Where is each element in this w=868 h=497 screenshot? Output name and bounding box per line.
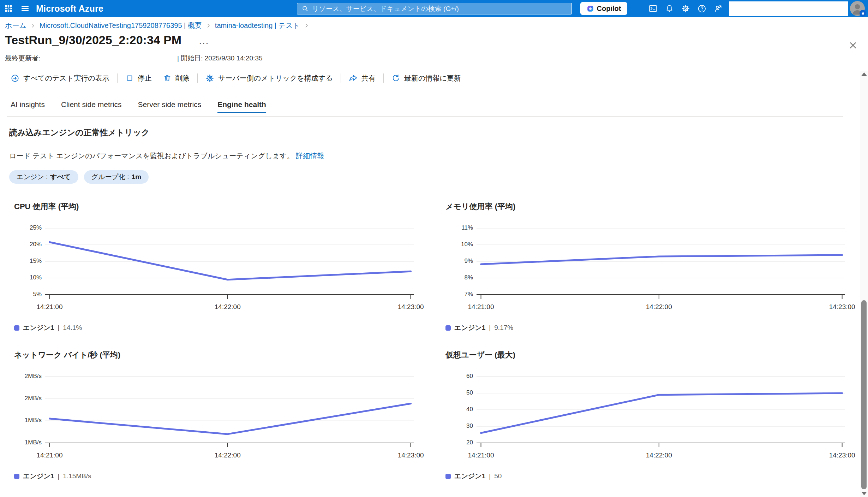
legend-separator: | [58,324,59,332]
y-tick-label: 2MB/s [25,395,42,402]
view-all-test-runs-button[interactable]: すべてのテスト実行の表示 [5,71,115,85]
tab-server-side-metrics[interactable]: Server side metrics [138,93,201,116]
toolbar-divider [117,73,118,83]
chart-canvas [477,224,845,300]
plot-region [477,372,845,448]
x-tick-label: 14:23:00 [829,303,855,311]
y-tick-label: 10% [30,274,42,281]
breadcrumb-chevron-icon [206,23,211,28]
breadcrumb-loadtest[interactable]: tamina-loadtesting | テスト [215,21,300,30]
engine-filter-pill[interactable]: エンジン : すべて [9,170,78,184]
notifications-bell-icon [665,4,674,13]
filter-pills: エンジン : すべて グループ化 : 1m [9,170,149,184]
legend-value: 14.1% [63,324,82,332]
settings-button[interactable] [678,1,693,16]
x-tick-label: 14:22:00 [215,451,241,459]
tab-ai-insights[interactable]: AI insights [11,93,45,116]
waffle-menu-button[interactable] [0,0,17,17]
chart-legend[interactable]: エンジン1 | 1.15MB/s [14,472,414,481]
chart-canvas [45,372,414,448]
hamburger-icon [20,4,30,13]
x-tick-label: 14:22:00 [646,303,672,311]
cpu-usage-chart: CPU 使用率 (平均) 25%20%15%10%5% 14:21:0014:2… [14,201,414,332]
y-tick-label: 11% [461,224,473,231]
x-tick-label: 14:21:00 [37,303,63,311]
x-tick-label: 14:21:00 [37,451,63,459]
legend-swatch [445,325,451,331]
x-tick-label: 14:22:00 [646,451,672,459]
close-blade-button[interactable] [847,40,858,51]
x-tick-label: 14:23:00 [829,451,855,459]
scrollbar-thumb[interactable] [861,300,867,489]
stop-label: 停止 [138,73,152,83]
share-label: 共有 [361,73,376,83]
lock-icon [861,11,865,16]
y-tick-label: 20% [30,241,42,248]
legend-value: 50 [494,472,502,480]
toolbar-divider [341,73,341,83]
help-icon [698,4,706,13]
x-axis-labels: 14:21:0014:22:0014:23:00 [45,300,414,312]
scroll-down-arrow-icon[interactable] [861,492,867,495]
delete-button[interactable]: 削除 [157,71,195,85]
chart-legend[interactable]: エンジン1 | 14.1% [14,323,414,332]
y-tick-label: 5% [33,291,42,298]
view-all-runs-icon [11,74,19,83]
configure-server-metrics-button[interactable]: サーバー側のメトリックを構成する [200,71,339,85]
feedback-icon [714,4,723,13]
stop-button[interactable]: 停止 [120,71,157,85]
tab-engine-health[interactable]: Engine health [217,93,266,116]
chart-title: ネットワーク バイト/秒 (平均) [14,350,414,360]
breadcrumb-home[interactable]: ホーム [5,21,26,30]
search-input[interactable] [312,5,567,13]
y-tick-label: 20 [466,439,473,446]
section-description: ロード テスト エンジンのパフォーマンスを監視およびトラブルシューティングします… [9,151,324,161]
scroll-up-arrow-icon[interactable] [861,72,867,76]
waffle-icon [4,4,13,13]
y-tick-label: 40 [466,406,473,413]
y-tick-label: 50 [466,389,473,396]
toolbar-divider [383,73,384,83]
configure-gear-icon [205,74,214,83]
y-tick-label: 9% [464,258,473,265]
plot-region [45,372,414,448]
tab-client-side-metrics[interactable]: Client side metrics [61,93,122,116]
notifications-button[interactable] [662,1,676,16]
y-axis-labels: 6050403020 [445,372,473,448]
y-tick-label: 60 [466,373,473,380]
legend-separator: | [489,324,491,332]
share-button[interactable]: 共有 [343,71,381,85]
vertical-scrollbar[interactable] [860,71,868,497]
settings-gear-icon [681,4,690,13]
chart-legend[interactable]: エンジン1 | 9.17% [445,323,845,332]
copilot-button[interactable]: Copilot [580,2,627,15]
global-search[interactable] [297,3,572,14]
start-date-label: | 開始日: 2025/9/30 14:20:35 [177,54,263,63]
refresh-button[interactable]: 最新の情報に更新 [386,71,467,85]
refresh-icon [391,74,400,83]
virtual-users-chart: 仮想ユーザー (最大) 6050403020 14:21:0014:22:001… [445,350,845,481]
legend-series-name: エンジン1 [454,472,485,481]
learn-more-link[interactable]: 詳細情報 [296,152,324,160]
x-tick-label: 14:21:00 [468,303,494,311]
y-tick-label: 1MB/s [25,417,42,424]
group-by-filter-pill[interactable]: グループ化 : 1m [84,170,149,184]
feedback-button[interactable] [711,1,725,16]
breadcrumb-chevron-icon [304,23,309,28]
cloud-shell-button[interactable] [646,1,660,16]
hamburger-menu-button[interactable] [17,0,33,17]
chart-legend[interactable]: エンジン1 | 50 [445,472,845,481]
more-commands-button[interactable]: … [198,35,209,46]
x-tick-label: 14:22:00 [215,303,241,311]
help-button[interactable] [695,1,709,16]
memory-usage-chart: メモリ使用率 (平均) 11%10%9%8%7% 14:21:0014:22:0… [445,201,845,332]
chart-title: CPU 使用率 (平均) [14,201,414,211]
legend-swatch [14,474,19,479]
section-description-text: ロード テスト エンジンのパフォーマンスを監視およびトラブルシューティングします… [9,152,294,160]
view-all-test-runs-label: すべてのテスト実行の表示 [23,73,109,83]
chart-title: 仮想ユーザー (最大) [445,350,845,360]
breadcrumb-resource[interactable]: Microsoft.CloudNativeTesting175920877639… [40,21,202,30]
delete-label: 削除 [175,73,190,83]
y-tick-label: 25% [30,224,42,231]
y-tick-label: 1MB/s [25,439,42,446]
